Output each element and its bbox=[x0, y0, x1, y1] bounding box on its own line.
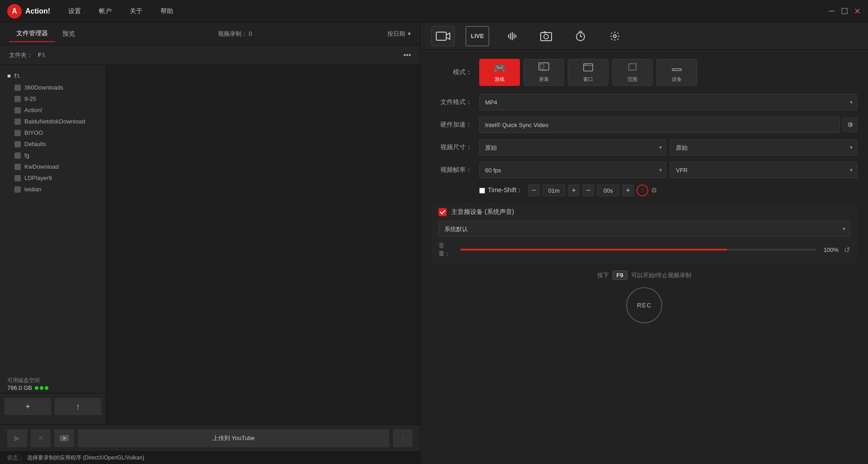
upload-youtube-button[interactable]: 上传到 YouTube bbox=[78, 429, 389, 447]
timeshift-settings-icon[interactable]: ⚙ bbox=[651, 186, 657, 194]
timeshift-sec-minus[interactable]: − bbox=[582, 185, 594, 196]
video-size-select1[interactable]: 原始 bbox=[479, 139, 666, 156]
menu-help[interactable]: 帮助 bbox=[160, 5, 173, 17]
settings-tab[interactable] bbox=[603, 26, 627, 46]
list-item[interactable]: BIYOO bbox=[0, 127, 106, 138]
mode-label: 模式： bbox=[431, 68, 472, 76]
file-content-area bbox=[106, 65, 420, 424]
upload-folder-button[interactable]: ↑ bbox=[55, 398, 101, 415]
minimize-button[interactable]: ─ bbox=[828, 8, 835, 15]
chevron-down-icon: ▾ bbox=[408, 30, 411, 37]
play-button[interactable]: ▶ bbox=[7, 429, 27, 447]
timeshift-min-minus[interactable]: − bbox=[528, 185, 540, 196]
timeshift-controls-wrapper: Time-Shift： − 01m + − 00s + ! ⚙ bbox=[479, 185, 857, 196]
video-fps-control1: 60 fps ▾ bbox=[479, 162, 666, 178]
list-item[interactable]: 360Downloads bbox=[0, 82, 106, 93]
folder-bar: 文件夹： F:\ ••• bbox=[0, 45, 420, 65]
folder-label: 文件夹： bbox=[9, 51, 33, 59]
live-tab[interactable]: LIVE bbox=[466, 26, 489, 46]
mode-screen-button[interactable]: 屏幕 bbox=[524, 59, 564, 86]
menu-account[interactable]: 帐户 bbox=[99, 5, 112, 17]
volume-label: 音量： bbox=[439, 241, 455, 258]
rec-container: REC bbox=[431, 287, 857, 323]
video-record-tab[interactable] bbox=[431, 26, 455, 46]
timeshift-checkbox-label[interactable]: Time-Shift： bbox=[479, 186, 523, 194]
list-item[interactable]: LDPlayer9 bbox=[0, 172, 106, 184]
hardware-select[interactable]: Intel® Quick Sync Video bbox=[479, 117, 840, 133]
timeshift-stop-button[interactable]: ! bbox=[637, 185, 648, 196]
add-folder-button[interactable]: + bbox=[5, 398, 51, 415]
dot-green2 bbox=[40, 386, 43, 390]
list-item[interactable]: 9-25 bbox=[0, 93, 106, 104]
stop-button[interactable]: ✕ bbox=[31, 429, 51, 447]
title-bar: A Action! 设置 帐户 关于 帮助 ─ ☐ ✕ bbox=[0, 0, 868, 23]
hardware-control: Intel® Quick Sync Video ▾ ⚙ bbox=[479, 117, 857, 133]
status-bar: 状态： 选择要录制的应用程序 (DirectX/OpenGL/Vulkan) bbox=[0, 451, 420, 464]
svg-point-5 bbox=[544, 34, 548, 39]
audio-tab[interactable] bbox=[500, 26, 524, 46]
folder-icon bbox=[14, 96, 21, 102]
timeshift-min-plus[interactable]: + bbox=[568, 185, 580, 196]
upload-button[interactable]: ↑ bbox=[393, 429, 413, 447]
close-button[interactable]: ✕ bbox=[854, 8, 861, 15]
file-tree-inner: ■ f:\ 360Downloads 9-25 bbox=[0, 70, 106, 420]
restore-button[interactable]: ☐ bbox=[841, 8, 848, 15]
app-logo: A Action! bbox=[7, 4, 50, 19]
list-item[interactable]: leidian bbox=[0, 184, 106, 195]
recording-count-area: 视频录制： 0 bbox=[82, 30, 387, 38]
menu-about[interactable]: 关于 bbox=[130, 5, 142, 17]
video-fps-controls: 60 fps ▾ VFR ▾ bbox=[479, 162, 857, 178]
mode-game-button[interactable]: 🎮 游戏 bbox=[479, 59, 520, 86]
mode-device-button[interactable]: 设备 bbox=[656, 59, 697, 86]
folder-actions: + ↑ bbox=[0, 393, 106, 420]
mode-row: 模式： 🎮 游戏 bbox=[431, 59, 857, 86]
sort-button[interactable]: 按日期 ▾ bbox=[387, 30, 411, 38]
volume-reset-button[interactable]: ↺ bbox=[844, 246, 850, 254]
video-vfr-select[interactable]: VFR bbox=[670, 162, 857, 178]
menu-settings[interactable]: 设置 bbox=[68, 5, 81, 17]
youtube-icon-button[interactable] bbox=[54, 429, 74, 447]
folder-icon: ■ bbox=[7, 72, 11, 79]
svg-rect-13 bbox=[540, 64, 544, 69]
rec-button[interactable]: REC bbox=[626, 287, 662, 323]
hardware-settings-button[interactable]: ⚙ bbox=[843, 118, 857, 132]
list-item[interactable]: KwDownload bbox=[0, 161, 106, 172]
volume-track bbox=[460, 249, 816, 251]
audio-enable-checkbox[interactable] bbox=[439, 208, 447, 216]
disk-label: 可用磁盘空间 bbox=[7, 377, 99, 384]
timeshift-checkbox[interactable] bbox=[479, 188, 485, 194]
area-icon bbox=[627, 62, 637, 74]
timeshift-sec-plus[interactable]: + bbox=[622, 185, 634, 196]
menu-bar: 设置 帐户 关于 帮助 bbox=[68, 5, 828, 17]
volume-slider[interactable] bbox=[460, 249, 816, 251]
mode-area-button[interactable]: 范围 bbox=[612, 59, 653, 86]
tree-root-item[interactable]: ■ f:\ bbox=[0, 70, 106, 82]
disk-info: 可用磁盘空间 786.0 GB bbox=[0, 373, 106, 393]
audio-section: 主音频设备 (系统声音) 系统默认 ▾ 音量： 100% bbox=[431, 203, 857, 263]
list-item[interactable]: Defaults bbox=[0, 138, 106, 150]
video-size-row: 视频尺寸： 原始 ▾ 原始 ▾ bbox=[431, 139, 857, 156]
svg-rect-20 bbox=[629, 64, 636, 70]
file-format-select[interactable]: MP4 bbox=[479, 94, 857, 110]
window-icon bbox=[583, 62, 593, 74]
screenshot-tab[interactable] bbox=[534, 26, 558, 46]
audio-device-select[interactable]: 系统默认 bbox=[439, 221, 850, 237]
folder-icon bbox=[14, 141, 21, 147]
video-fps-select[interactable]: 60 fps bbox=[479, 162, 666, 178]
list-item[interactable]: BaiduNetdiskDownload bbox=[0, 116, 106, 127]
video-size-select2[interactable]: 原始 bbox=[670, 139, 857, 156]
video-fps-control2: VFR ▾ bbox=[670, 162, 857, 178]
list-item[interactable]: fg bbox=[0, 150, 106, 161]
tree-scroll: ■ f:\ 360Downloads 9-25 bbox=[0, 70, 106, 373]
timer-tab[interactable] bbox=[569, 26, 592, 46]
volume-row: 音量： 100% ↺ bbox=[439, 241, 850, 258]
mode-window-button[interactable]: 窗口 bbox=[568, 59, 609, 86]
tab-file-manager[interactable]: 文件管理器 bbox=[9, 26, 55, 42]
hardware-label: 硬件加速： bbox=[431, 121, 472, 129]
folder-icon bbox=[14, 85, 21, 91]
list-item[interactable]: Action! bbox=[0, 104, 106, 116]
tab-preview[interactable]: 预览 bbox=[55, 26, 82, 42]
folder-icon bbox=[14, 118, 21, 125]
timeshift-row: Time-Shift： − 01m + − 00s + ! ⚙ bbox=[431, 185, 857, 196]
folder-more-button[interactable]: ••• bbox=[403, 51, 411, 59]
